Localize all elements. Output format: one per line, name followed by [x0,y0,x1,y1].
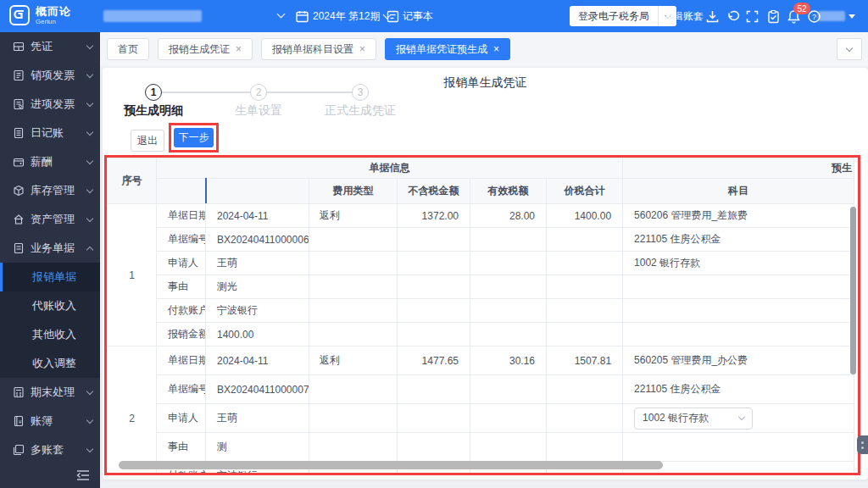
line-value: BX20240411000006 [206,228,309,252]
tax-bureau-login-button[interactable]: 登录电子税务局 [570,6,676,26]
sidebar-item-inventory[interactable]: 库存管理 [0,176,100,205]
sidebar-item-label: 期末处理 [31,385,87,400]
sidebar-item-sales-invoice[interactable]: 销项发票 [0,61,100,90]
cell-empty [547,228,623,252]
table-row: 事由 测 [108,433,854,462]
brand-name-cn: 概而论 [36,6,71,17]
sidebar-item-voucher[interactable]: 凭证 [0,32,100,61]
sidebar-item-label: 进项发票 [31,97,87,112]
redacted-company-name[interactable] [103,10,202,22]
group-header-doc-info: 单据信息 [157,158,623,179]
tab-expense-subject-setting[interactable]: 报销单据科目设置× [261,38,376,60]
sidebar-item-label: 库存管理 [31,183,87,198]
purchase-invoice-icon [13,98,25,110]
tab-expense-voucher-preview[interactable]: 报销单据凭证预生成× [385,38,510,60]
calendar-icon [295,9,309,24]
cell-empty [547,299,623,323]
subject-select[interactable]: 1002 银行存款 [634,408,753,430]
cell-empty [470,404,547,433]
journal-icon [13,127,25,139]
business-docs-submenu: 报销单据 代账收入 其他收入 收入调整 [0,263,100,378]
tab-expense-generate-voucher[interactable]: 报销生成凭证× [158,38,253,60]
app-logo[interactable]: 概而论 Gerlun [8,4,71,26]
edit-account-set-button[interactable]: 编辑账套 [663,0,704,32]
sidebar-item-assets[interactable]: 资产管理 [0,205,100,234]
sidebar-item-payroll[interactable]: 薪酬 [0,147,100,176]
line-value: 1400.00 [206,323,309,347]
notepad-label: 记事本 [403,9,433,24]
tab-close-icon[interactable]: × [359,44,365,54]
col-header-fee-type: 费用类型 [309,179,398,204]
cell-empty [398,275,470,299]
svg-text:¥: ¥ [19,419,22,424]
sidebar-item-label: 凭证 [31,39,87,54]
cell-empty [398,252,470,275]
assets-icon [13,214,25,225]
line-value: 2024-04-11 [206,347,309,375]
company-chevron-down-icon[interactable] [278,14,284,17]
cell-empty [309,375,398,404]
sidebar-item-period-end[interactable]: 期末处理 [0,378,100,407]
total-cell: 1400.00 [547,204,623,228]
cell-empty [398,433,470,462]
sidebar-collapse-icon[interactable] [76,469,90,481]
col-header-seq: 序号 [108,158,157,204]
download-icon[interactable] [705,9,720,24]
sidebar-subitem-other-income[interactable]: 其他收入 [0,320,100,349]
vertical-scrollbar[interactable] [850,207,856,374]
exit-button[interactable]: 退出 [131,130,164,152]
tab-label: 首页 [118,42,138,57]
cell-empty [470,228,547,252]
sidebar-subitem-agency-income[interactable]: 代账收入 [0,291,100,320]
cell-empty [470,433,547,462]
line-value: 王萌 [206,252,309,275]
notepad-button[interactable]: 记事本 [403,0,433,32]
svg-text:?: ? [812,13,816,21]
subject-cell: 560205 管理费用_办公费 [623,347,854,375]
annotation-box-next: 下一步 [169,123,219,152]
tab-list-dropdown-button[interactable] [837,38,862,60]
tab-label: 报销单据凭证预生成 [396,42,487,57]
side-panel-handle[interactable] [857,435,868,454]
tab-close-icon[interactable]: × [236,44,242,54]
table-row: 申请人 王萌 1002 银行存款 [108,252,854,275]
content-card: 报销单生成凭证 1 2 3 预生成明细 生单设置 正式生成凭证 退出 下一步 [103,68,868,480]
edit-account-label: 编辑账套 [663,9,704,24]
subject-select-value: 1002 银行存款 [643,411,709,425]
sidebar-item-business-docs[interactable]: 业务单据 [0,234,100,263]
sidebar-item-ledger[interactable]: ¥ 账簿 [0,407,100,435]
line-label: 事由 [157,275,206,299]
group-header-pregen: 预生 [623,158,854,179]
sidebar-item-journal[interactable]: 日记账 [0,119,100,147]
subitem-label: 代账收入 [32,298,76,313]
voucher-icon [13,41,25,53]
next-step-button[interactable]: 下一步 [174,128,214,147]
tab-close-icon[interactable]: × [493,44,499,54]
col-header-subject: 科目 [623,179,854,204]
line-value: 测光 [206,275,309,299]
sidebar-item-multi-account[interactable]: 多账套 [0,435,100,464]
undo-icon[interactable] [726,9,740,24]
total-cell: 1507.81 [547,347,623,375]
sidebar-subitem-income-adjust[interactable]: 收入调整 [0,349,100,378]
redacted-username[interactable] [818,11,845,21]
cell-empty [398,299,470,323]
clipboard-check-icon[interactable] [766,9,781,24]
line-label: 单据日期 [157,204,206,228]
sidebar-item-label: 业务单据 [31,241,87,256]
horizontal-scrollbar[interactable] [119,461,663,469]
tab-home[interactable]: 首页 [107,38,149,60]
table-row: 报销金额 1400.00 [108,323,854,347]
user-menu-caret-icon[interactable] [849,14,855,19]
sidebar-item-purchase-invoice[interactable]: 进项发票 [0,90,100,119]
period-selector[interactable]: 2024年 第12期 [313,0,390,32]
sidebar-item-label: 日记账 [31,125,87,141]
fullscreen-icon[interactable] [745,9,760,24]
cell-empty [623,275,854,299]
table-row: 单据编号 BX20240411000006 221105 住房公积金 [108,228,854,252]
amount-ex-cell: 1372.00 [398,204,470,228]
sales-invoice-icon [13,69,25,81]
step-connector [267,92,353,93]
sidebar-subitem-expense-docs[interactable]: 报销单据 [0,263,100,291]
cell-empty [309,252,398,275]
